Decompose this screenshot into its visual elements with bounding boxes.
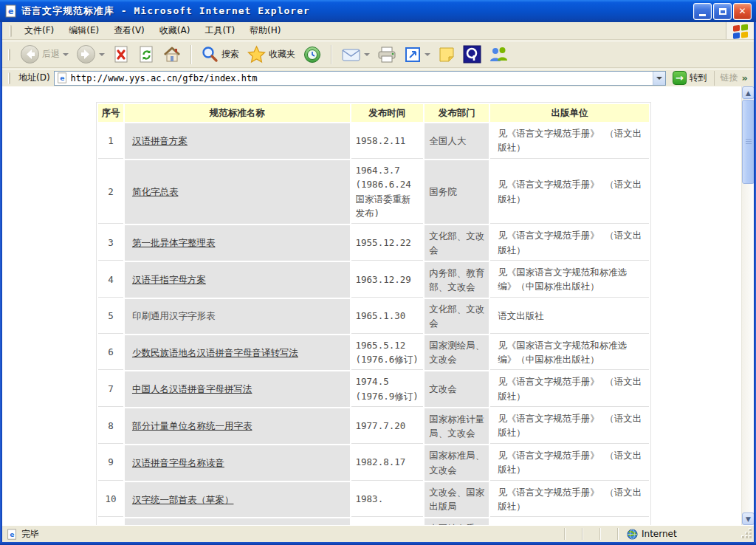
publisher: 见《语言文字规范手册》 （语文出版社） — [490, 482, 649, 518]
standards-table: 序号 规范标准名称 发布时间 发布部门 出版单位 1 汉语拼音方案 1958.2… — [96, 102, 651, 525]
back-dropdown-icon[interactable] — [63, 53, 69, 56]
toolbar-separator-2 — [331, 45, 332, 64]
go-button[interactable]: → 转到 — [670, 70, 710, 86]
standard-name[interactable]: 第一批异体字整理表 — [132, 237, 216, 248]
address-grip — [8, 72, 10, 84]
address-input[interactable]: e http://www.yys.ac.cn/gfbz/index.htm — [54, 71, 666, 86]
window-title: 语言文字规范标准库 - Microsoft Internet Explorer — [21, 4, 693, 18]
publish-dept: 文化部、文改会 — [425, 225, 489, 261]
status-page-icon: e — [7, 529, 18, 540]
svg-text:e: e — [8, 7, 13, 16]
resize-grip[interactable] — [742, 529, 752, 539]
status-separator-3 — [599, 528, 601, 540]
back-icon — [20, 44, 40, 64]
window-frame-bottom — [0, 542, 756, 545]
standard-name[interactable]: 汉语手指字母方案 — [132, 274, 206, 285]
window-frame-left — [0, 22, 2, 545]
scrollbar-thumb[interactable] — [742, 100, 754, 184]
row-number: 11 — [98, 518, 123, 525]
publish-date: 1984.12.25 — [351, 518, 424, 525]
publish-dept: 国务院 — [425, 160, 489, 224]
back-button[interactable]: 后退 — [18, 43, 71, 66]
row-number: 9 — [98, 445, 123, 481]
note-button[interactable] — [436, 44, 458, 65]
header-index: 序号 — [98, 104, 123, 122]
publish-dept: 内务部、教育部、文改会 — [425, 262, 489, 298]
standard-name[interactable]: 部分计量单位名称统一用字表 — [132, 420, 252, 431]
table-row: 6 少数民族语地名汉语拼音字母音译转写法 1965.5.12 (1976.6修订… — [98, 335, 649, 371]
resize-button[interactable] — [402, 44, 433, 65]
maximize-button[interactable] — [713, 3, 732, 20]
internet-globe-icon — [627, 529, 638, 540]
messenger-button[interactable] — [487, 44, 511, 65]
publish-dept: 国家标准局、文改会 — [425, 445, 489, 481]
scroll-down-button[interactable]: ▼ — [742, 513, 754, 525]
resize-icon — [404, 46, 422, 64]
table-row: 7 中国人名汉语拼音字母拼写法 1974.5 (1976.9修订) 文改会 见《… — [98, 371, 649, 407]
standard-name[interactable]: 汉语拼音方案 — [132, 135, 188, 146]
title-bar: e 语言文字规范标准库 - Microsoft Internet Explore… — [0, 0, 756, 22]
address-bar: 地址(D) e http://www.yys.ac.cn/gfbz/index.… — [2, 69, 754, 86]
history-button[interactable] — [300, 44, 324, 66]
stop-button[interactable] — [110, 44, 132, 66]
forward-dropdown-icon[interactable] — [99, 53, 105, 56]
mail-icon — [341, 47, 361, 63]
mail-dropdown-icon[interactable] — [364, 53, 370, 56]
refresh-button[interactable] — [135, 44, 157, 66]
publish-date: 1965.5.12 (1976.6修订) — [351, 335, 424, 371]
favorites-star-icon — [247, 45, 267, 64]
scroll-up-button[interactable]: ▲ — [742, 86, 754, 99]
search-button[interactable]: 搜索 — [199, 44, 241, 65]
go-label: 转到 — [690, 72, 707, 84]
minimize-button[interactable] — [693, 3, 712, 20]
q-logo-button[interactable] — [461, 44, 484, 65]
resize-dropdown-icon[interactable] — [425, 53, 430, 56]
standard-name[interactable]: 少数民族语地名汉语拼音字母音译转写法 — [132, 347, 298, 358]
row-number: 10 — [98, 482, 123, 518]
standard-name[interactable]: 中国人名汉语拼音字母拼写法 — [132, 383, 252, 394]
publisher: 见《语言文字规范手册》 （语文出版社） — [490, 408, 649, 444]
vertical-scrollbar[interactable]: ▲ ▼ — [741, 86, 754, 525]
publish-dept: 中国地名委、文改会、国家测绘局 — [425, 518, 489, 525]
table-row: 1 汉语拼音方案 1958.2.11 全国人大 见《语言文字规范手册》 （语文出… — [98, 123, 649, 159]
standard-name: 印刷通用汉字字形表 — [132, 310, 216, 321]
publisher: 语文出版社 — [490, 299, 649, 334]
header-publisher: 出版单位 — [490, 104, 649, 122]
header-publish-dept: 发布部门 — [425, 104, 489, 122]
menu-tools[interactable]: 工具(T) — [198, 22, 241, 39]
minimize-icon — [699, 14, 706, 16]
publish-date: 1958.2.11 — [351, 123, 424, 159]
table-row: 2 简化字总表 1964.3.7 (1986.6.24国家语委重新发布) 国务院… — [98, 160, 649, 224]
home-button[interactable] — [160, 44, 184, 66]
status-bar: e 完毕 Internet — [2, 525, 754, 542]
standard-name[interactable]: 汉语拼音字母名称读音 — [132, 457, 224, 468]
mail-button[interactable] — [339, 45, 372, 64]
menu-view[interactable]: 查看(V) — [107, 22, 151, 39]
favorites-button[interactable]: 收藏夹 — [244, 44, 298, 66]
menu-edit[interactable]: 编辑(E) — [62, 22, 106, 39]
row-number: 2 — [98, 160, 123, 224]
publisher: 见《语言文字规范手册》 （语文出版社） — [490, 225, 649, 261]
status-separator-2 — [582, 528, 583, 540]
standards-table-body: 1 汉语拼音方案 1958.2.11 全国人大 见《语言文字规范手册》 （语文出… — [98, 123, 649, 525]
table-header-row: 序号 规范标准名称 发布时间 发布部门 出版单位 — [98, 104, 649, 122]
address-url: http://www.yys.ac.cn/gfbz/index.htm — [71, 73, 653, 83]
menu-file[interactable]: 文件(F) — [18, 22, 61, 39]
print-button[interactable] — [375, 44, 399, 65]
table-row: 8 部分计量单位名称统一用字表 1977.7.20 国家标准计量局、文改会 见《… — [98, 408, 649, 444]
publisher: 见《语言文字规范手册》 （语文出版社） — [490, 371, 649, 407]
close-button[interactable]: ✕ — [733, 3, 752, 20]
address-dropdown-button[interactable] — [653, 72, 665, 85]
svg-text:e: e — [10, 529, 14, 538]
standard-name[interactable]: 简化字总表 — [132, 186, 179, 197]
menu-favorites[interactable]: 收藏(A) — [153, 22, 197, 39]
windows-logo — [726, 22, 754, 39]
publisher: 见《语言文字规范手册》 （语文出版社） — [490, 445, 649, 481]
toolbar-separator — [190, 45, 192, 64]
forward-button[interactable] — [74, 43, 107, 66]
row-number: 1 — [98, 123, 123, 159]
links-bar[interactable]: 链接 » — [714, 71, 751, 86]
row-number: 5 — [98, 299, 123, 334]
standard-name[interactable]: 汉字统一部首表（草案） — [132, 494, 234, 505]
menu-help[interactable]: 帮助(H) — [243, 22, 287, 39]
